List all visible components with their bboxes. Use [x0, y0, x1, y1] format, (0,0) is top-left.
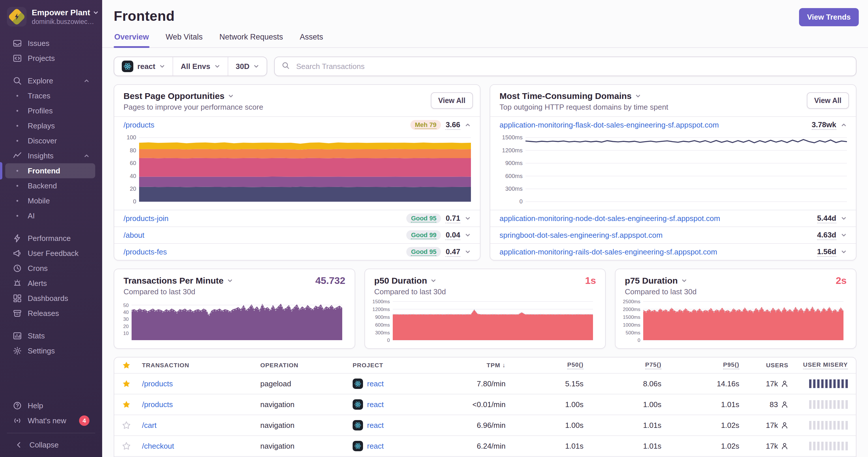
chevron-up-icon[interactable]: [841, 122, 847, 128]
sidebar-item-crons[interactable]: Crons: [5, 261, 95, 276]
sidebar-item-performance[interactable]: Performance: [5, 231, 95, 246]
project-link[interactable]: react: [367, 380, 384, 388]
metric-value: 2s: [836, 275, 847, 286]
sidebar-item-traces[interactable]: Traces: [5, 88, 95, 103]
whats-new-badge: 4: [79, 416, 89, 426]
tab-overview[interactable]: Overview: [114, 33, 150, 47]
tab-web-vitals[interactable]: Web Vitals: [165, 33, 203, 47]
view-trends-button[interactable]: View Trends: [799, 8, 859, 26]
sidebar-item-stats[interactable]: Stats: [5, 328, 95, 343]
environment-filter[interactable]: All Envs: [173, 57, 228, 75]
sidebar-item-settings[interactable]: Settings: [5, 343, 95, 358]
chevron-down-icon[interactable]: [841, 216, 847, 221]
column-header-operation[interactable]: OPERATION: [260, 362, 352, 369]
star-outline-icon[interactable]: [122, 442, 142, 450]
sidebar-item-replays[interactable]: Replays: [5, 118, 95, 133]
domain-link[interactable]: application-monitoring-rails-dot-sales-e…: [499, 248, 717, 257]
sidebar-item-alerts[interactable]: Alerts: [5, 276, 95, 291]
sidebar-item-what-s-new[interactable]: What's new4: [5, 413, 95, 428]
view-all-button[interactable]: View All: [807, 92, 849, 109]
chevron-up-icon[interactable]: [465, 122, 471, 128]
star-filled-icon[interactable]: [122, 380, 142, 388]
column-header-p95-[interactable]: P95(): [661, 361, 739, 369]
column-header-p50-[interactable]: P50(): [505, 361, 584, 369]
sidebar-item-ai[interactable]: AI: [5, 208, 95, 223]
transactions-table: TRANSACTION OPERATION PROJECT TPM ↓ P50(…: [114, 357, 857, 457]
search-input[interactable]: [295, 61, 849, 71]
chevron-down-icon[interactable]: [465, 249, 471, 255]
sidebar-item-backend[interactable]: Backend: [5, 178, 95, 193]
sidebar-item-issues[interactable]: Issues: [5, 36, 95, 51]
p75-cell: 1.00s: [584, 400, 661, 409]
chevron-down-icon[interactable]: [635, 93, 641, 99]
sidebar-collapse-button[interactable]: Collapse: [7, 437, 95, 452]
sidebar-item-frontend[interactable]: Frontend: [5, 163, 95, 178]
sidebar-item-projects[interactable]: Projects: [5, 51, 95, 66]
transaction-link[interactable]: /products-join: [124, 214, 168, 223]
chevron-down-icon[interactable]: [841, 232, 847, 238]
transaction-link[interactable]: /products: [124, 121, 154, 130]
org-user-email: dominik.buszowiec…: [32, 18, 96, 26]
sidebar-item-dashboards[interactable]: Dashboards: [5, 291, 95, 306]
sidebar-item-user-feedback[interactable]: User Feedback: [5, 246, 95, 261]
opportunity-score: 3.66: [445, 120, 460, 130]
chevron-down-icon[interactable]: [465, 216, 471, 221]
column-header-user-misery[interactable]: USER MISERY: [788, 361, 848, 369]
svg-text:900ms: 900ms: [505, 160, 523, 166]
p75-cell: 1.01s: [584, 421, 661, 430]
sidebar-item-explore[interactable]: Explore: [5, 73, 95, 88]
chevron-down-icon[interactable]: [465, 232, 471, 238]
sidebar-item-discover[interactable]: Discover: [5, 133, 95, 148]
alerts-icon: [13, 279, 22, 288]
column-header-project[interactable]: PROJECT: [352, 362, 448, 369]
column-header-transaction[interactable]: TRANSACTION: [142, 362, 260, 369]
project-link[interactable]: react: [367, 442, 384, 451]
transaction-link[interactable]: /products: [142, 380, 173, 388]
star-column-header[interactable]: [122, 361, 142, 369]
column-header-p75-[interactable]: P75(): [584, 361, 661, 369]
transaction-link[interactable]: /products: [142, 400, 173, 409]
tab-network-requests[interactable]: Network Requests: [219, 33, 284, 47]
transaction-link[interactable]: /about: [124, 231, 144, 240]
star-filled-icon[interactable]: [122, 400, 142, 409]
sidebar-item-help[interactable]: Help: [5, 398, 95, 413]
chevron-down-icon[interactable]: [681, 278, 687, 284]
transaction-link[interactable]: /cart: [142, 421, 157, 430]
help-icon: [13, 401, 22, 410]
column-header-users[interactable]: USERS: [739, 362, 788, 369]
bullet-icon: [13, 211, 22, 221]
chevron-down-icon: [214, 63, 220, 69]
tab-assets[interactable]: Assets: [299, 33, 324, 47]
view-all-button[interactable]: View All: [431, 92, 473, 109]
sidebar-item-insights[interactable]: Insights: [5, 148, 95, 163]
org-switcher[interactable]: Empower Plant dominik.buszowiec…: [0, 0, 102, 33]
chevron-down-icon[interactable]: [227, 278, 233, 284]
star-outline-icon[interactable]: [122, 421, 142, 429]
sidebar-item-releases[interactable]: Releases: [5, 306, 95, 321]
date-range-filter[interactable]: 30D: [228, 57, 267, 75]
domain-link[interactable]: application-monitoring-node-dot-sales-en…: [499, 214, 720, 223]
svg-text:1200ms: 1200ms: [372, 307, 390, 312]
domain-duration-chart: 0300ms600ms900ms1200ms1500ms: [499, 135, 847, 204]
project-filter[interactable]: react: [114, 57, 173, 75]
chevron-down-icon[interactable]: [841, 249, 847, 255]
project-link[interactable]: react: [367, 421, 384, 430]
score-badge: Good 95: [406, 247, 441, 257]
transaction-link[interactable]: /products-fes: [124, 248, 167, 257]
project-link[interactable]: react: [367, 400, 384, 409]
star-icon: [122, 361, 130, 369]
chevron-down-icon[interactable]: [228, 93, 234, 99]
svg-text:300ms: 300ms: [505, 186, 523, 192]
web-vitals-stacked-chart: 020406080100: [124, 135, 471, 204]
svg-text:300ms: 300ms: [375, 330, 390, 335]
column-header-tpm[interactable]: TPM ↓: [448, 362, 505, 369]
sidebar-item-profiles[interactable]: Profiles: [5, 103, 95, 118]
svg-text:30: 30: [123, 317, 129, 322]
chevron-down-icon[interactable]: [431, 278, 436, 284]
dashboards-icon: [13, 294, 22, 303]
sidebar-item-mobile[interactable]: Mobile: [5, 193, 95, 208]
domain-link[interactable]: application-monitoring-flask-dot-sales-e…: [499, 121, 719, 130]
insights-icon: [13, 151, 22, 160]
domain-link[interactable]: springboot-dot-sales-engineering-sf.apps…: [499, 231, 662, 240]
transaction-link[interactable]: /checkout: [142, 442, 174, 450]
